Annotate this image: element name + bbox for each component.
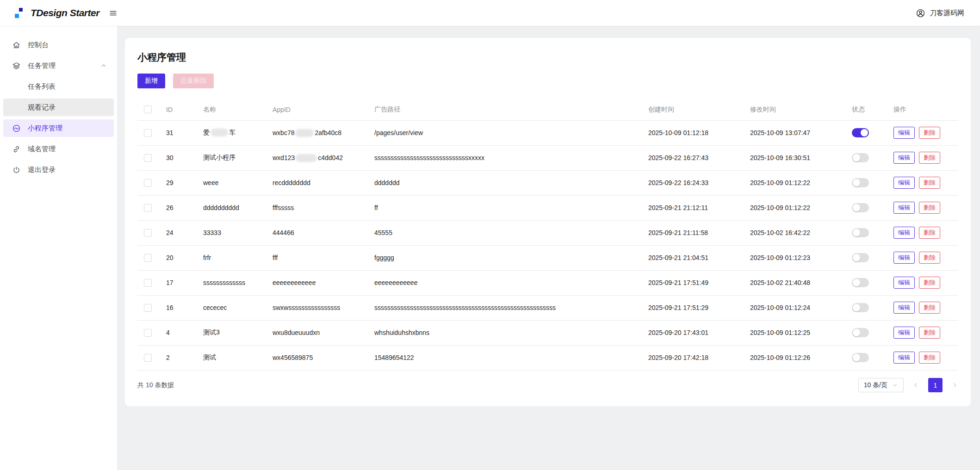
sidebar-item-domain[interactable]: 域名管理 xyxy=(3,140,114,158)
column-header: 名称 xyxy=(203,99,273,120)
cell-created: 2025-09-21 17:51:29 xyxy=(648,295,750,320)
column-header: 操作 xyxy=(893,99,958,120)
cell-ad-path: whshuiduhshxbnns xyxy=(374,320,648,345)
delete-button[interactable]: 删除 xyxy=(919,177,940,189)
table-row: 29weeerecddddddddddddddd2025-09-22 16:24… xyxy=(137,170,958,195)
cell-name: 测试 xyxy=(203,345,273,370)
edit-button[interactable]: 编辑 xyxy=(893,177,915,189)
delete-button[interactable]: 删除 xyxy=(919,202,940,214)
status-toggle[interactable] xyxy=(852,303,869,312)
delete-button[interactable]: 删除 xyxy=(919,252,940,264)
cell-actions: 编辑删除 xyxy=(893,320,958,345)
sidebar-item-dashboard[interactable]: 控制台 xyxy=(3,36,114,54)
edit-button[interactable]: 编辑 xyxy=(893,127,915,139)
next-page-icon[interactable] xyxy=(951,382,958,389)
row-checkbox[interactable] xyxy=(144,279,152,287)
power-icon xyxy=(12,166,22,174)
cell-name: 爱车 xyxy=(203,120,273,145)
edit-button[interactable]: 编辑 xyxy=(893,252,915,264)
row-checkbox[interactable] xyxy=(144,204,152,212)
cell-id: 26 xyxy=(166,195,203,220)
cell-name: sssssssssssss xyxy=(203,270,273,295)
column-header: 状态 xyxy=(852,99,893,120)
edit-button[interactable]: 编辑 xyxy=(893,152,915,164)
delete-button[interactable]: 删除 xyxy=(919,327,940,339)
cell-actions: 编辑删除 xyxy=(893,220,958,245)
cell-appid: swxwssssssssssssssss xyxy=(273,295,374,320)
status-toggle[interactable] xyxy=(852,178,869,187)
action-bar: 新增 批量删除 xyxy=(137,74,958,88)
cell-id: 4 xyxy=(166,320,203,345)
sidebar-item-task-list[interactable]: 任务列表 xyxy=(3,78,114,95)
sidebar-item-logout[interactable]: 退出登录 xyxy=(3,161,114,179)
edit-button[interactable]: 编辑 xyxy=(893,227,915,239)
delete-button[interactable]: 删除 xyxy=(919,152,940,164)
delete-button[interactable]: 删除 xyxy=(919,127,940,139)
edit-button[interactable]: 编辑 xyxy=(893,352,915,364)
row-checkbox[interactable] xyxy=(144,129,152,137)
column-header: AppID xyxy=(273,99,374,120)
sidebar-item-tasks[interactable]: 任务管理 xyxy=(3,57,114,74)
row-checkbox[interactable] xyxy=(144,354,152,362)
edit-button[interactable]: 编辑 xyxy=(893,302,915,314)
delete-button[interactable]: 删除 xyxy=(919,227,940,239)
cell-actions: 编辑删除 xyxy=(893,345,958,370)
table-footer: 共 10 条数据 10 条/页 1 xyxy=(137,371,958,400)
cell-modified: 2025-10-02 21:40:48 xyxy=(750,270,852,295)
page-1-button[interactable]: 1 xyxy=(928,378,943,392)
redacted-blur xyxy=(211,129,228,136)
cell-id: 2 xyxy=(166,345,203,370)
cell-ad-path: ff xyxy=(374,195,648,220)
hamburger-menu-icon[interactable] xyxy=(109,9,118,18)
status-toggle[interactable] xyxy=(852,328,869,337)
row-checkbox[interactable] xyxy=(144,254,152,262)
layers-icon xyxy=(12,62,22,70)
cell-appid: recdddddddd xyxy=(273,170,374,195)
status-toggle[interactable] xyxy=(852,253,869,262)
status-toggle[interactable] xyxy=(852,353,869,362)
sidebar: 控制台任务管理任务列表观看记录小程序管理域名管理退出登录 xyxy=(0,26,117,470)
edit-button[interactable]: 编辑 xyxy=(893,202,915,214)
column-header: 创建时间 xyxy=(648,99,750,120)
edit-button[interactable]: 编辑 xyxy=(893,277,915,289)
select-all-checkbox[interactable] xyxy=(144,105,152,113)
table-row: 30测试小程序wxd123c4dd042ssssssssssssssssssss… xyxy=(137,145,958,170)
add-button[interactable]: 新增 xyxy=(137,74,165,88)
status-toggle[interactable] xyxy=(852,153,869,162)
status-toggle[interactable] xyxy=(852,128,869,137)
delete-button[interactable]: 删除 xyxy=(919,352,940,364)
sidebar-item-watch-record[interactable]: 观看记录 xyxy=(3,99,114,116)
user-menu[interactable]: 刀客源码网 xyxy=(916,8,964,18)
miniprogram-icon xyxy=(12,124,22,133)
sidebar-item-miniprogram[interactable]: 小程序管理 xyxy=(3,119,114,137)
cell-id: 29 xyxy=(166,170,203,195)
row-checkbox[interactable] xyxy=(144,154,152,162)
cell-modified: 2025-10-09 16:30:51 xyxy=(750,145,852,170)
page-size-select[interactable]: 10 条/页 xyxy=(858,378,904,392)
sidebar-item-label: 控制台 xyxy=(28,41,49,49)
delete-button[interactable]: 删除 xyxy=(919,302,940,314)
cell-actions: 编辑删除 xyxy=(893,245,958,270)
row-checkbox[interactable] xyxy=(144,179,152,187)
table-row: 4测试3wxu8dueuuudxnwhshuiduhshxbnns2025-09… xyxy=(137,320,958,345)
status-toggle[interactable] xyxy=(852,203,869,212)
delete-button[interactable]: 删除 xyxy=(919,277,940,289)
row-checkbox[interactable] xyxy=(144,304,152,312)
batch-delete-button[interactable]: 批量删除 xyxy=(173,74,214,88)
row-checkbox[interactable] xyxy=(144,329,152,337)
sidebar-item-label: 观看记录 xyxy=(28,103,56,112)
logo-square-blue xyxy=(15,14,19,18)
table-body: 31爱车wxbc782afb40c8/pages/user/view2025-1… xyxy=(137,120,958,370)
sidebar-item-label: 域名管理 xyxy=(28,145,56,154)
brand: TDesign Starter xyxy=(14,6,118,19)
prev-page-icon[interactable] xyxy=(912,382,919,389)
cell-appid: 444466 xyxy=(273,220,374,245)
cell-ad-path: 45555 xyxy=(374,220,648,245)
cell-id: 24 xyxy=(166,220,203,245)
status-toggle[interactable] xyxy=(852,278,869,287)
edit-button[interactable]: 编辑 xyxy=(893,327,915,339)
row-checkbox[interactable] xyxy=(144,229,152,237)
cell-appid: wxd123c4dd042 xyxy=(273,145,374,170)
table-row: 16cecececswxwsssssssssssssssssssssssssss… xyxy=(137,295,958,320)
status-toggle[interactable] xyxy=(852,228,869,237)
